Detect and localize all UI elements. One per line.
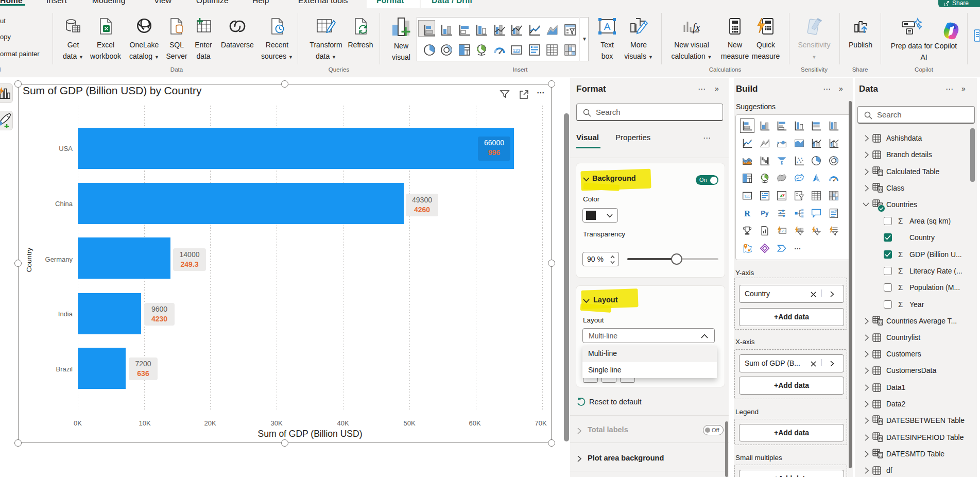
svg-text:Py: Py bbox=[761, 210, 768, 217]
svg-text:123: 123 bbox=[744, 194, 751, 198]
svg-text:123: 123 bbox=[512, 48, 520, 53]
svg-text:123: 123 bbox=[780, 229, 785, 233]
svg-text:R: R bbox=[744, 209, 751, 218]
svg-text:fx: fx bbox=[693, 22, 700, 33]
